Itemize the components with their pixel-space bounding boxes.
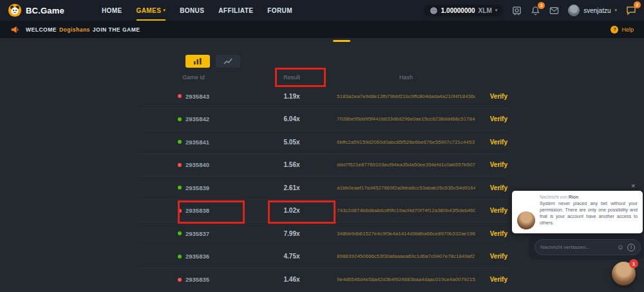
top-navbar: BC.Game HOME GAMES ▾ BONUS AFFILIATE FOR… bbox=[0, 0, 644, 21]
bar-chart-filter-button[interactable] bbox=[185, 55, 210, 68]
game-id-cell: 2935841 bbox=[140, 139, 247, 146]
header-result: Result bbox=[247, 74, 337, 81]
game-id-cell: 2935836 bbox=[140, 253, 247, 260]
chat-composer: ☺ ! bbox=[535, 239, 641, 255]
bar-chart-icon bbox=[193, 57, 202, 65]
help-label: Help bbox=[621, 26, 634, 33]
chat-message-input[interactable] bbox=[540, 244, 617, 250]
verify-link[interactable]: Verify bbox=[475, 184, 507, 191]
megaphone-icon bbox=[10, 25, 19, 34]
verify-link[interactable]: Verify bbox=[475, 230, 507, 237]
result-cell: 4.75x bbox=[247, 253, 337, 260]
verify-link[interactable]: Verify bbox=[475, 207, 507, 214]
hash-cell: 743c2d874b6d8a8dcdf9fc19acf4d70f74f12a38… bbox=[337, 208, 475, 213]
trend-filter-button[interactable] bbox=[216, 55, 240, 68]
verify-link[interactable]: Verify bbox=[475, 161, 507, 168]
game-id-cell: 2935839 bbox=[140, 184, 247, 191]
hash-cell: a1bb0eaef17ed4527669f2a0bba8cc53abab26c6… bbox=[337, 185, 475, 191]
game-id-cell: 2935842 bbox=[140, 115, 247, 122]
result-cell: 1.56x bbox=[247, 161, 337, 168]
messages-button[interactable] bbox=[549, 6, 559, 15]
game-history-table: Game Id Result Hash 2935843 1.19x 5183a2… bbox=[140, 70, 507, 291]
notifications-badge: 2 bbox=[538, 2, 545, 9]
info-icon[interactable]: ! bbox=[627, 244, 635, 251]
help-button[interactable]: ? Help bbox=[611, 26, 634, 34]
status-dot bbox=[178, 140, 182, 144]
user-menu[interactable]: svenjatzu ▾ bbox=[568, 5, 617, 16]
hash-cell: 8988392450666c53f30afaaaea69c1d6a7c0407e… bbox=[337, 253, 475, 259]
menu-item-games[interactable]: GAMES ▾ bbox=[137, 0, 166, 21]
welcome-username: Dogishans bbox=[59, 26, 90, 33]
brand[interactable]: BC.Game bbox=[8, 3, 64, 17]
menu-item-forum[interactable]: FORUM bbox=[267, 0, 292, 21]
hash-cell: 7028be95dd95f441b633d6d296e0ae15cc6238dd… bbox=[337, 116, 475, 122]
table-row: 2935840 1.56x ddd7f521e87769103ecf94ea35… bbox=[140, 154, 507, 177]
menu-item-affiliate[interactable]: AFFILIATE bbox=[218, 0, 253, 21]
chevron-down-icon: ▾ bbox=[495, 8, 498, 13]
verify-link[interactable]: Verify bbox=[475, 253, 507, 260]
game-id: 2935835 bbox=[185, 276, 209, 283]
user-avatar bbox=[568, 5, 580, 16]
header-hash: Hash bbox=[337, 74, 475, 81]
welcome-bar: WELCOMEDogishansJOIN THE GAME ? Help bbox=[0, 21, 644, 38]
result-cell: 6.04x bbox=[247, 115, 337, 122]
table-row: 2935842 6.04x 7028be95dd95f441b633d6d296… bbox=[140, 108, 507, 131]
sender-avatar bbox=[517, 211, 535, 229]
status-dot bbox=[178, 255, 182, 258]
table-row: 2935836 4.75x 8988392450666c53f30afaaaea… bbox=[140, 246, 507, 269]
result-cell: 2.61x bbox=[247, 184, 337, 191]
chevron-down-icon: ▾ bbox=[163, 8, 166, 13]
game-id: 2935840 bbox=[185, 161, 209, 168]
chevron-down-icon: ▾ bbox=[614, 8, 617, 13]
game-id: 2935842 bbox=[185, 115, 209, 122]
table-row: 2935837 7.99x 348bb9db61527e4c9f3e4a1414… bbox=[140, 222, 507, 246]
verify-link[interactable]: Verify bbox=[475, 276, 507, 283]
verify-link[interactable]: Verify bbox=[475, 139, 507, 146]
emoji-icon[interactable]: ☺ bbox=[617, 244, 624, 251]
menu-item-bonus[interactable]: BONUS bbox=[180, 0, 204, 21]
game-id: 2935841 bbox=[185, 139, 209, 146]
notifications-button[interactable]: 2 bbox=[531, 6, 540, 15]
composer-icons: ☺ ! bbox=[617, 244, 635, 251]
chat-message-text: System never placed any bet without your… bbox=[540, 200, 638, 226]
game-id: 2935836 bbox=[185, 253, 209, 260]
mail-icon bbox=[549, 6, 559, 15]
navbar-right: 1.00000000 XLM ▾ 2 bbox=[424, 5, 636, 17]
table-row: 2935843 1.19x 5183a2ea7e9d8e13fb79bbf21b… bbox=[140, 85, 507, 108]
hash-cell: ddd7f521e87769103ecf94ea35da50ee354efd1c… bbox=[337, 162, 475, 168]
status-dot bbox=[178, 117, 182, 121]
main-menu: HOME GAMES ▾ BONUS AFFILIATE FORUM bbox=[102, 0, 292, 21]
hash-cell: 5183a2ea7e9d8e13fb79bbf21bc9ffc804dada4a… bbox=[337, 93, 475, 99]
status-dot bbox=[178, 94, 182, 98]
welcome-suffix: JOIN THE GAME bbox=[93, 26, 140, 33]
verify-link[interactable]: Verify bbox=[475, 93, 507, 100]
chat-message-body: Nachricht von Rion System never placed a… bbox=[540, 195, 638, 229]
game-id-cell: 2935840 bbox=[140, 161, 247, 168]
status-dot bbox=[178, 163, 182, 167]
header-game-id: Game Id bbox=[140, 74, 247, 81]
game-id: 2935838 bbox=[185, 207, 209, 214]
history-filter-buttons bbox=[185, 55, 240, 68]
result-cell: 5.05x bbox=[247, 139, 337, 146]
vault-button[interactable] bbox=[512, 6, 522, 15]
result-cell: 1.46x bbox=[247, 276, 337, 283]
welcome-message: WELCOMEDogishansJOIN THE GAME bbox=[26, 26, 140, 33]
menu-item-home[interactable]: HOME bbox=[102, 0, 122, 21]
hash-cell: 9e4d6546d4e58a42d3b4f924883baa4daac019ce… bbox=[337, 277, 475, 282]
game-id-cell: 2935843 bbox=[140, 93, 247, 100]
result-cell: 7.99x bbox=[247, 230, 337, 237]
verify-link[interactable]: Verify bbox=[475, 115, 507, 122]
table-row: 2935841 5.05x 6bffc2a59159d2060d0abc85f5… bbox=[140, 131, 507, 154]
chat-toggle-button[interactable]: 2 bbox=[626, 5, 636, 15]
result-cell: 1.02x bbox=[247, 207, 337, 214]
chat-sender-name: Rion bbox=[569, 195, 579, 199]
balance-amount: 1.00000000 bbox=[441, 7, 475, 14]
close-icon[interactable]: × bbox=[631, 182, 635, 190]
vault-icon bbox=[512, 6, 522, 15]
table-row-highlighted: 2935838 1.02x 743c2d874b6d8a8dcdf9fc19ac… bbox=[140, 200, 507, 223]
game-id: 2935837 bbox=[185, 230, 209, 237]
table-row: 2935839 2.61x a1bb0eaef17ed4527669f2a0bb… bbox=[140, 177, 507, 200]
balance-selector[interactable]: 1.00000000 XLM ▾ bbox=[424, 5, 503, 17]
game-id: 2935843 bbox=[185, 93, 209, 100]
bc-game-logo-icon bbox=[8, 3, 22, 17]
